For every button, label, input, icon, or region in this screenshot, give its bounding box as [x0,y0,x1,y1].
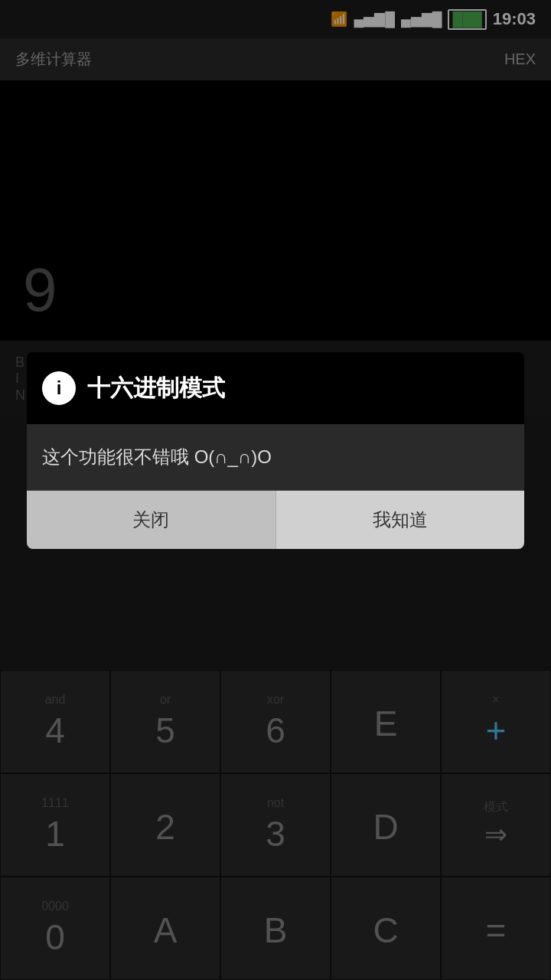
dialog-message: 这个功能很不错哦 O(∩_∩)O [42,446,272,467]
dialog-header: i 十六进制模式 [27,352,524,424]
dialog: i 十六进制模式 这个功能很不错哦 O(∩_∩)O 关闭 我知道 [27,352,524,549]
dialog-buttons: 关闭 我知道 [27,490,524,549]
close-button[interactable]: 关闭 [27,491,276,549]
dialog-title: 十六进制模式 [87,373,225,404]
info-icon: i [42,371,76,405]
dialog-body: 这个功能很不错哦 O(∩_∩)O [27,424,524,490]
confirm-button[interactable]: 我知道 [276,491,525,549]
dialog-overlay: i 十六进制模式 这个功能很不错哦 O(∩_∩)O 关闭 我知道 [0,0,551,980]
